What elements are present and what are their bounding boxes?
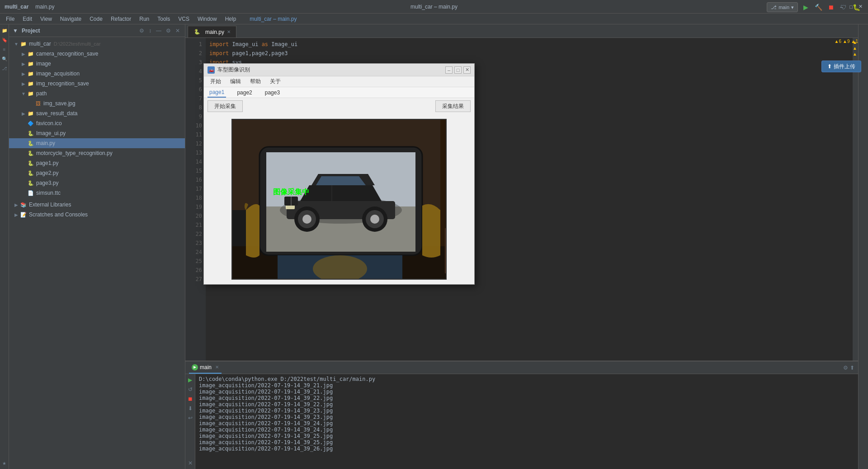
dialog-tab-page1[interactable]: page1 xyxy=(208,88,226,98)
img-recog-arrow: ▶ xyxy=(20,80,27,87)
img-recog-label: img_recognition_save xyxy=(36,80,89,87)
settings-icon[interactable]: ⚙ xyxy=(138,27,146,34)
start-collect-btn[interactable]: 开始采集 xyxy=(208,100,243,112)
page2-label: page2.py xyxy=(36,170,58,176)
structure-icon[interactable]: ≡ xyxy=(1,46,8,53)
menu-view[interactable]: View xyxy=(37,15,56,23)
run-debug-button[interactable]: 🐛 xyxy=(851,2,861,12)
bottom-panel: ▶ main ✕ ⚙ ⬆ ▶ ↺ ⏹ ⬇ ↩ ✕ xyxy=(185,361,858,469)
run-stop-button[interactable]: ⏹ xyxy=(826,2,836,12)
img-recog-folder-icon: 📁 xyxy=(27,80,34,87)
project-header: ▼ Project ⚙ ↕ — ⚙ ✕ xyxy=(9,24,185,37)
menu-code[interactable]: Code xyxy=(86,15,106,23)
tree-item-camera[interactable]: ▶ 📁 camera_recognition_save xyxy=(9,49,185,59)
favorites-icon[interactable]: ★ xyxy=(1,460,8,467)
menu-refactor[interactable]: Refactor xyxy=(107,15,135,23)
svg-point-17 xyxy=(370,215,379,224)
motorcycle-py-icon: 🐍 xyxy=(27,150,34,157)
tree-item-path[interactable]: ▼ 📁 path xyxy=(9,89,185,98)
tree-item-page2[interactable]: ▶ 🐍 page2.py xyxy=(9,168,185,178)
dialog-menu-about[interactable]: 关于 xyxy=(267,77,283,86)
project-panel-icon[interactable]: 📁 xyxy=(1,27,8,34)
code-line-2: import page1,page2,page3 xyxy=(209,49,849,58)
page3-arrow: ▶ xyxy=(20,179,27,187)
run-again-btn[interactable]: ▶ xyxy=(187,376,194,384)
tree-item-img-recog[interactable]: ▶ 📁 img_recognition_save xyxy=(9,79,185,89)
root-arrow: ▼ xyxy=(13,40,20,47)
dialog-title-bar[interactable]: 🚗 车型图像识别 – □ ✕ xyxy=(204,64,474,76)
close-panel-icon[interactable]: ✕ xyxy=(174,27,181,34)
run-tab-close[interactable]: ✕ xyxy=(215,365,219,370)
tree-item-image-acq[interactable]: ▶ 📁 image_acquisition xyxy=(9,69,185,79)
dialog-menu-help[interactable]: 帮助 xyxy=(247,77,264,86)
tree-item-scratches[interactable]: ▶ 📝 Scratches and Consoles xyxy=(9,210,185,220)
tree-item-simsun[interactable]: ▶ 📄 simsun.ttc xyxy=(9,188,185,198)
structure-panel[interactable]: Structure Favorites xyxy=(858,24,868,469)
tree-item-save-result[interactable]: ▶ 📁 save_result_data xyxy=(9,108,185,118)
upload-label: 插件上传 xyxy=(834,63,855,70)
dialog-minimize-btn[interactable]: – xyxy=(445,66,453,74)
dialog-menu-edit[interactable]: 编辑 xyxy=(227,77,244,86)
rerun-btn[interactable]: ↺ xyxy=(187,386,194,393)
tab-close-icon[interactable]: ✕ xyxy=(227,29,231,34)
ext-libs-icon: 📚 xyxy=(20,201,27,208)
dialog-maximize-btn[interactable]: □ xyxy=(454,66,462,74)
hide-panel-btn[interactable]: ✕ xyxy=(187,460,194,467)
run-build-button[interactable]: 🔨 xyxy=(813,2,823,12)
dialog-tab-page2[interactable]: page2 xyxy=(235,88,254,97)
bottom-settings-icon[interactable]: ⚙ xyxy=(843,365,848,371)
menu-file[interactable]: File xyxy=(2,15,18,23)
tree-root[interactable]: ▼ 📁 multi_car D:\2022test\multi_car xyxy=(9,39,185,49)
tree-item-image-ui[interactable]: ▶ 🐍 Image_ui.py xyxy=(9,128,185,138)
scroll-down-btn[interactable]: ⬇ xyxy=(187,405,194,412)
bottom-toolbar-right: ⚙ ⬆ xyxy=(843,365,854,371)
image-acq-folder-icon: 📁 xyxy=(27,70,34,77)
tree-item-main-py[interactable]: ▶ 🐍 main.py xyxy=(9,138,185,148)
tree-item-page3[interactable]: ▶ 🐍 page3.py xyxy=(9,178,185,188)
menu-help[interactable]: Help xyxy=(222,15,240,23)
dialog-menu-start[interactable]: 开始 xyxy=(208,77,224,86)
run-tab[interactable]: ▶ main ✕ xyxy=(189,362,222,374)
menu-navigate[interactable]: Navigate xyxy=(57,15,85,23)
sort-icon[interactable]: ↕ xyxy=(147,27,153,34)
tab-main-py[interactable]: 🐍 main.py ✕ xyxy=(188,26,236,38)
tree-item-favicon[interactable]: ▶ 🔷 favicon.ico xyxy=(9,118,185,128)
branch-name: main xyxy=(778,5,789,10)
run-play-button[interactable]: ▶ xyxy=(801,2,811,12)
menu-window[interactable]: Window xyxy=(194,15,221,23)
dialog-close-btn[interactable]: ✕ xyxy=(463,66,471,74)
stop-btn[interactable]: ⏹ xyxy=(187,395,194,403)
search-icon[interactable]: 🔍 xyxy=(1,55,8,62)
collect-result-btn[interactable]: 采集结果 xyxy=(435,100,471,112)
tree-item-img-save[interactable]: ▶ 🖼 img_save.jpg xyxy=(9,98,185,108)
ext-libs-arrow: ▶ xyxy=(13,201,20,208)
wrap-btn[interactable]: ↩ xyxy=(187,414,194,422)
collapse-icon[interactable]: — xyxy=(155,27,163,34)
save-result-arrow: ▶ xyxy=(20,110,27,117)
tree-item-page1[interactable]: ▶ 🐍 page1.py xyxy=(9,158,185,168)
dialog-tab-page3[interactable]: page3 xyxy=(263,88,282,97)
run-tab-label: main xyxy=(200,364,212,371)
img-save-icon: 🖼 xyxy=(34,100,42,107)
bookmark-icon[interactable]: 🔖 xyxy=(1,36,8,43)
menu-edit[interactable]: Edit xyxy=(19,15,36,23)
tree-item-external-libs[interactable]: ▶ 📚 External Libraries xyxy=(9,200,185,210)
tree-item-image[interactable]: ▶ 📁 image xyxy=(9,59,185,69)
ext-libs-label: External Libraries xyxy=(29,202,71,208)
camera-folder-icon: 📁 xyxy=(27,50,34,57)
upload-button[interactable]: ⬆ 插件上传 xyxy=(821,61,861,72)
gear-icon[interactable]: ⚙ xyxy=(165,27,172,34)
git-icon[interactable]: ⎇ xyxy=(1,65,8,72)
menu-vcs[interactable]: VCS xyxy=(175,15,193,23)
branch-selector[interactable]: ⎇ main ▾ xyxy=(767,2,798,12)
run-output-10: image_acquisition/2022-07-19-14_39_25.jp… xyxy=(199,439,854,446)
menu-tools[interactable]: Tools xyxy=(154,15,174,23)
run-coverage-button[interactable]: 🛡 xyxy=(839,2,849,12)
tree-item-motorcycle[interactable]: ▶ 🐍 motorcycle_type_recognition.py xyxy=(9,148,185,158)
bottom-left-toolbar: ▶ ↺ ⏹ ⬇ ↩ ✕ xyxy=(185,374,195,469)
menu-run[interactable]: Run xyxy=(136,15,153,23)
bottom-expand-icon[interactable]: ⬆ xyxy=(850,365,854,371)
error-badge-6: ▲6 xyxy=(835,39,841,44)
run-command: D:\code\conda\python.exe D:/2022test/mul… xyxy=(199,376,854,382)
page2-py-icon: 🐍 xyxy=(27,169,34,177)
